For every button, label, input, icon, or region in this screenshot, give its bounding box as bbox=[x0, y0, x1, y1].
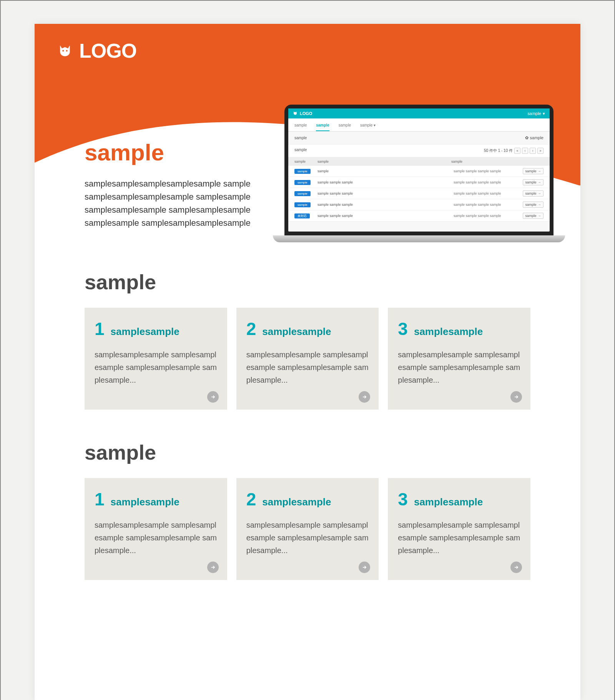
feature-card[interactable]: 1samplesamplesamplesamplesample samplesa… bbox=[85, 478, 227, 580]
status-badge: sample bbox=[294, 180, 311, 185]
card-title: samplesample bbox=[262, 326, 331, 338]
card-body: samplesamplesample samplesamplesample sa… bbox=[398, 519, 520, 557]
feature-card[interactable]: 2samplesamplesamplesamplesample samplesa… bbox=[236, 308, 379, 410]
row-action-button[interactable]: sample→ bbox=[523, 190, 544, 197]
tab-item[interactable]: sample bbox=[294, 122, 307, 131]
card-number: 1 bbox=[95, 489, 105, 510]
feature-card[interactable]: 3samplesamplesamplesamplesample samplesa… bbox=[388, 308, 530, 410]
feature-card[interactable]: 2samplesamplesamplesamplesample samplesa… bbox=[236, 478, 379, 580]
card-title: samplesample bbox=[262, 496, 331, 508]
table-row: samplesample sample samplesample sample … bbox=[288, 199, 550, 210]
toolbar-left-label: sample bbox=[294, 148, 307, 154]
arrow-right-icon: → bbox=[538, 180, 541, 184]
app-title-row: sample ✿ sample bbox=[288, 132, 550, 144]
card-arrow-button[interactable] bbox=[510, 391, 522, 403]
table-row: samplesample sample samplesample sample … bbox=[288, 188, 550, 199]
card-arrow-button[interactable] bbox=[359, 391, 370, 403]
card-body: samplesamplesample samplesamplesample sa… bbox=[246, 348, 369, 387]
svg-point-0 bbox=[62, 50, 64, 52]
row-detail: sample sample sample sample bbox=[454, 180, 523, 184]
row-detail: sample sample sample sample bbox=[454, 203, 523, 207]
feature-card[interactable]: 3samplesamplesamplesamplesample samplesa… bbox=[388, 478, 530, 580]
pager-first-button[interactable]: « bbox=[514, 148, 520, 154]
table-row: 未対応sample sample samplesample sample sam… bbox=[288, 210, 550, 222]
row-detail: sample sample sample sample bbox=[454, 192, 523, 195]
card-body: samplesamplesample samplesamplesample sa… bbox=[95, 348, 217, 387]
table-header: sample sample sample bbox=[288, 157, 550, 166]
card-title: samplesample bbox=[111, 496, 180, 508]
tab-item-active[interactable]: sample bbox=[316, 122, 329, 131]
card-arrow-button[interactable] bbox=[510, 562, 522, 573]
arrow-right-icon: → bbox=[538, 192, 541, 195]
cat-icon bbox=[58, 43, 72, 58]
topbar-user-menu[interactable]: sample ▾ bbox=[528, 111, 545, 116]
cards-row: 1samplesamplesamplesamplesample samplesa… bbox=[85, 308, 530, 410]
row-action-button[interactable]: sample→ bbox=[523, 168, 544, 174]
th-detail: sample bbox=[451, 160, 520, 163]
status-badge: sample bbox=[294, 191, 311, 196]
topbar-user-label: sample bbox=[528, 111, 541, 116]
app-logo-text: LOGO bbox=[300, 111, 312, 116]
arrow-right-icon: → bbox=[538, 203, 541, 207]
laptop-mockup: LOGO sample ▾ sample sample sample sampl… bbox=[284, 105, 554, 242]
intro-title: sample bbox=[85, 139, 254, 166]
card-title: samplesample bbox=[111, 326, 180, 338]
app-toolbar: sample 50 件中 1 - 10 件 « ‹ › » bbox=[288, 144, 550, 157]
row-action-button[interactable]: sample→ bbox=[523, 202, 544, 208]
card-body: samplesamplesample samplesamplesample sa… bbox=[246, 519, 369, 557]
tab-item[interactable]: sample bbox=[339, 122, 351, 131]
row-name: sample bbox=[317, 169, 454, 173]
row-action-button[interactable]: sample→ bbox=[523, 179, 544, 185]
pagination-label: 50 件中 1 - 10 件 bbox=[484, 148, 513, 153]
laptop-base bbox=[273, 235, 565, 242]
app-tabs: sample sample sample sample ▾ bbox=[288, 118, 550, 132]
pager-next-button[interactable]: › bbox=[530, 148, 536, 154]
table-row: samplesample sample samplesample sample … bbox=[288, 177, 550, 188]
card-number: 2 bbox=[246, 318, 256, 339]
arrow-right-icon: → bbox=[538, 169, 541, 173]
row-name: sample sample sample bbox=[317, 180, 454, 184]
table-row: samplesamplesample sample sample samples… bbox=[288, 166, 550, 177]
section-heading: sample bbox=[85, 440, 530, 464]
section-heading: sample bbox=[85, 270, 530, 294]
card-title: samplesample bbox=[414, 496, 483, 508]
row-name: sample sample sample bbox=[317, 203, 454, 207]
card-number: 3 bbox=[398, 318, 408, 339]
app-window: LOGO sample ▾ sample sample sample sampl… bbox=[288, 108, 550, 232]
laptop-screen: LOGO sample ▾ sample sample sample sampl… bbox=[284, 105, 554, 235]
cards-row: 1samplesamplesamplesamplesample samplesa… bbox=[85, 478, 530, 580]
card-arrow-button[interactable] bbox=[207, 562, 219, 573]
card-number: 3 bbox=[398, 489, 408, 510]
tab-item-dropdown[interactable]: sample ▾ bbox=[360, 122, 376, 131]
pagination: 50 件中 1 - 10 件 « ‹ › » bbox=[484, 148, 544, 154]
settings-link[interactable]: ✿ sample bbox=[525, 135, 544, 140]
gear-icon: ✿ bbox=[525, 135, 529, 140]
card-number: 1 bbox=[95, 318, 105, 339]
feature-card[interactable]: 1samplesamplesamplesamplesample samplesa… bbox=[85, 308, 227, 410]
status-badge: sample bbox=[294, 202, 311, 207]
card-title: samplesample bbox=[414, 326, 483, 338]
app-page-title: sample bbox=[294, 136, 307, 140]
brand-logo: LOGO bbox=[35, 24, 580, 78]
row-detail: sample sample sample sample bbox=[454, 214, 523, 218]
pager-prev-button[interactable]: ‹ bbox=[522, 148, 528, 154]
status-badge: 未対応 bbox=[294, 213, 310, 218]
card-number: 2 bbox=[246, 489, 256, 510]
feature-section-2: sample 1samplesamplesamplesamplesample s… bbox=[35, 440, 580, 580]
logo-text: LOGO bbox=[79, 39, 136, 62]
cat-icon-small bbox=[293, 111, 298, 116]
status-badge: sample bbox=[294, 169, 311, 174]
row-detail: sample sample sample sample bbox=[454, 169, 523, 173]
intro-body: samplesamplesamplesamplesample samplesam… bbox=[85, 177, 254, 230]
row-name: sample sample sample bbox=[317, 214, 454, 218]
intro-block: sample samplesamplesamplesamplesample sa… bbox=[85, 139, 254, 230]
pager-last-button[interactable]: » bbox=[537, 148, 544, 154]
arrow-right-icon: → bbox=[538, 214, 541, 218]
card-arrow-button[interactable] bbox=[359, 562, 370, 573]
caret-down-icon: ▾ bbox=[543, 111, 545, 116]
th-name: sample bbox=[317, 160, 451, 163]
card-arrow-button[interactable] bbox=[207, 391, 219, 403]
page: LOGO sample samplesamplesamplesamplesamp… bbox=[35, 24, 580, 700]
row-action-button[interactable]: sample→ bbox=[523, 213, 544, 219]
app-topbar: LOGO sample ▾ bbox=[288, 108, 550, 118]
